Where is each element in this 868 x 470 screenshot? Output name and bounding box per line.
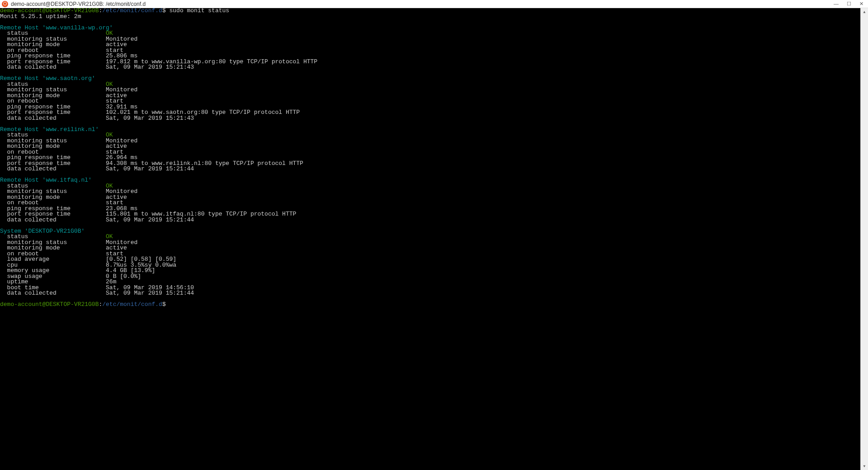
scroll-down-button[interactable]: ▼ [861, 462, 868, 470]
minimize-button[interactable]: — [834, 1, 839, 7]
scroll-up-button[interactable]: ▲ [861, 8, 868, 16]
terminal-output[interactable]: demo-account@DESKTOP-VR21G0B:/etc/monit/… [0, 8, 860, 470]
window-title: demo-account@DESKTOP-VR21G0B: /etc/monit… [11, 1, 834, 7]
close-button[interactable]: ✕ [859, 1, 863, 7]
maximize-button[interactable]: ☐ [847, 1, 851, 7]
scrollbar[interactable]: ▲ ▼ [860, 8, 868, 470]
window-titlebar: demo-account@DESKTOP-VR21G0B: /etc/monit… [0, 0, 868, 8]
ubuntu-icon [2, 1, 8, 7]
window-controls: — ☐ ✕ [834, 1, 868, 7]
